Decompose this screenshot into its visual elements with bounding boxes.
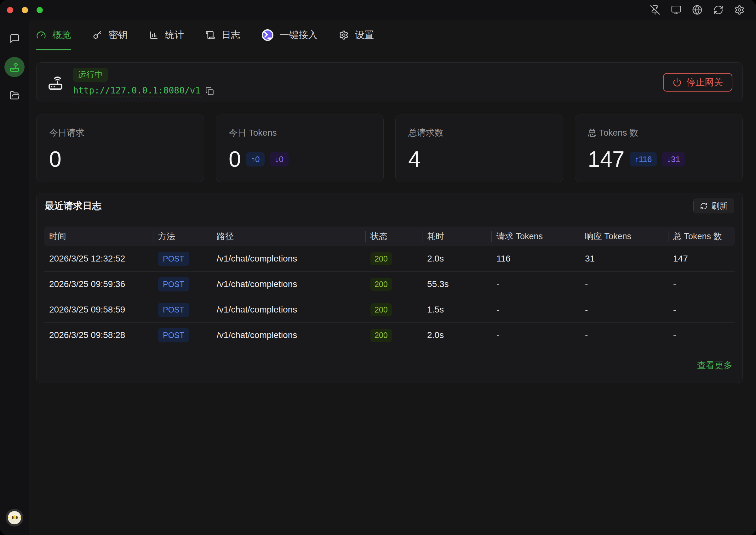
router-icon	[9, 61, 20, 73]
cell-duration: 55.3s	[422, 279, 491, 289]
refresh-icon[interactable]	[713, 5, 724, 15]
stat-label: 今日请求	[49, 127, 191, 139]
router-icon	[46, 74, 64, 91]
column-header: 路径	[212, 227, 365, 246]
tab-logs[interactable]: 日志	[205, 20, 240, 50]
gear-icon[interactable]	[734, 5, 745, 15]
column-header: 耗时	[422, 227, 491, 246]
column-header: 总 Tokens 数	[668, 227, 735, 246]
refresh-button[interactable]: 刷新	[693, 199, 734, 213]
output-tokens-badge: ↓31	[662, 152, 685, 166]
cell-request-tokens: -	[491, 305, 580, 315]
cell-path: /v1/chat/completions	[212, 330, 365, 340]
chat-bubble-icon	[10, 33, 20, 44]
stat-value: 4	[408, 148, 420, 170]
sidebar-item-chat[interactable]	[10, 33, 20, 44]
status-badge: 运行中	[73, 68, 108, 82]
method-badge: POST	[158, 252, 189, 266]
cell-time: 2026/3/25 09:59:36	[44, 279, 153, 289]
power-icon	[673, 78, 682, 87]
maximize-window-button[interactable]	[37, 7, 43, 13]
column-header: 方法	[153, 227, 212, 246]
stat-label: 总 Tokens 数	[588, 127, 730, 139]
log-table: 时间方法路径状态耗时请求 Tokens响应 Tokens总 Tokens 数 2…	[44, 227, 735, 348]
stat-card: 总 Tokens 数 147 ↑116 ↓31	[575, 115, 743, 182]
cell-request-tokens: -	[491, 279, 580, 289]
tab-settings[interactable]: 设置	[339, 20, 374, 50]
recent-logs-panel: 最近请求日志 刷新 时间方法路径状态耗时请求 Tokens响应 Tokens总 …	[36, 193, 743, 383]
tab-overview[interactable]: 概览	[36, 20, 71, 50]
stat-value: 147	[588, 148, 625, 170]
cell-total-tokens: -	[668, 305, 735, 315]
sidebar-item-files[interactable]	[10, 90, 20, 101]
method-badge: POST	[158, 277, 189, 292]
panel-title: 最近请求日志	[45, 200, 102, 212]
tab-label: 密钥	[109, 29, 128, 42]
stats-row: 今日请求 0 今日 Tokens 0 ↑0 ↓0 总请求数 4 总 Tokens…	[36, 115, 743, 182]
cell-total-tokens: -	[668, 330, 735, 340]
sidebar-item-gateway[interactable]	[4, 57, 25, 77]
main-content: 概览 密钥 统计 日志 一键接入	[29, 20, 756, 535]
cell-path: /v1/chat/completions	[212, 305, 365, 315]
cell-time: 2026/3/25 12:32:52	[44, 254, 153, 264]
cell-duration: 2.0s	[422, 254, 491, 264]
gateway-url-link[interactable]: http://127.0.0.1:8080/v1	[73, 85, 201, 97]
stat-card: 总请求数 4	[395, 115, 563, 182]
cell-duration: 2.0s	[422, 330, 491, 340]
cell-total-tokens: -	[668, 279, 735, 289]
minimize-window-button[interactable]	[22, 7, 28, 13]
tab-label: 设置	[355, 29, 374, 42]
refresh-label: 刷新	[711, 201, 728, 211]
tab-bar: 概览 密钥 统计 日志 一键接入	[36, 20, 743, 50]
user-avatar[interactable]	[6, 509, 23, 526]
key-icon	[93, 30, 103, 40]
refresh-icon	[700, 202, 708, 210]
app-window: 概览 密钥 统计 日志 一键接入	[0, 0, 756, 535]
status-code-badge: 200	[371, 329, 392, 342]
gear-icon	[339, 30, 349, 40]
log-table-body: 2026/3/25 12:32:52 POST /v1/chat/complet…	[44, 246, 735, 348]
status-code-badge: 200	[371, 303, 392, 316]
sidebar	[0, 20, 29, 535]
tab-label: 日志	[222, 29, 240, 42]
stat-label: 总请求数	[408, 127, 550, 139]
gateway-status-card: 运行中 http://127.0.0.1:8080/v1 停止网关	[36, 62, 743, 102]
display-icon[interactable]	[671, 5, 681, 15]
stat-label: 今日 Tokens	[229, 127, 371, 139]
stat-value: 0	[229, 148, 241, 170]
copy-icon[interactable]	[205, 87, 214, 95]
method-badge: POST	[158, 303, 189, 317]
cell-request-tokens: -	[491, 330, 580, 340]
cell-duration: 1.5s	[422, 305, 491, 315]
table-row: 2026/3/25 09:58:59 POST /v1/chat/complet…	[44, 297, 735, 323]
tab-keys[interactable]: 密钥	[93, 20, 128, 50]
stat-value: 0	[49, 148, 61, 170]
tab-onekey-connect[interactable]: 一键接入	[262, 20, 318, 50]
folder-open-icon	[10, 90, 20, 101]
tab-stats[interactable]: 统计	[149, 20, 184, 50]
cell-response-tokens: -	[580, 279, 668, 289]
tab-label: 统计	[165, 29, 184, 42]
table-row: 2026/3/25 09:59:36 POST /v1/chat/complet…	[44, 271, 735, 297]
column-header: 响应 Tokens	[580, 227, 668, 246]
gauge-icon	[36, 30, 46, 40]
scroll-icon	[205, 30, 215, 40]
input-tokens-badge: ↑116	[630, 152, 657, 166]
close-window-button[interactable]	[7, 7, 13, 13]
traffic-lights	[7, 7, 43, 13]
pin-off-icon[interactable]	[650, 5, 660, 15]
output-tokens-badge: ↓0	[270, 152, 288, 166]
titlebar-actions	[650, 5, 745, 15]
log-table-header: 时间方法路径状态耗时请求 Tokens响应 Tokens总 Tokens 数	[44, 227, 735, 246]
stop-gateway-button[interactable]: 停止网关	[663, 73, 732, 92]
status-code-badge: 200	[371, 278, 392, 291]
cell-path: /v1/chat/completions	[212, 254, 365, 264]
view-more-link[interactable]: 查看更多	[697, 359, 732, 371]
face-in-clouds-icon	[8, 511, 21, 524]
column-header: 请求 Tokens	[491, 227, 580, 246]
bar-chart-icon	[149, 30, 159, 40]
stop-gateway-label: 停止网关	[686, 76, 723, 89]
cell-path: /v1/chat/completions	[212, 279, 365, 289]
stat-card: 今日 Tokens 0 ↑0 ↓0	[216, 115, 384, 182]
globe-icon[interactable]	[692, 5, 703, 15]
